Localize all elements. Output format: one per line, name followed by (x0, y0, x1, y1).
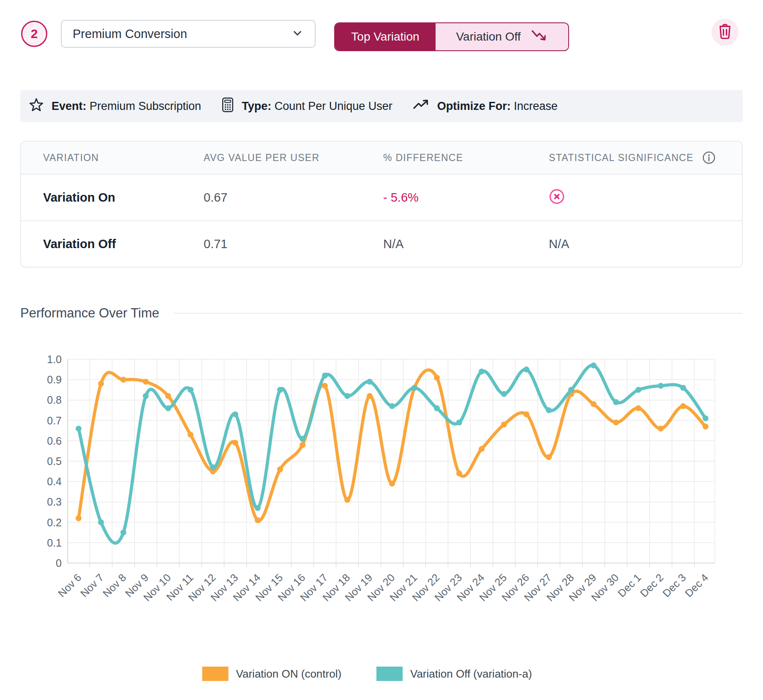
data-point (501, 391, 507, 397)
performance-section-header: Performance Over Time (20, 306, 743, 321)
data-point (635, 405, 641, 411)
trend-up-icon (413, 98, 430, 114)
x-tick-label: Nov 8 (101, 571, 128, 599)
top-variation-value: Variation Off (456, 30, 520, 44)
chevron-down-icon (291, 27, 304, 41)
data-point (98, 520, 104, 525)
top-variation-label-button[interactable]: Top Variation (335, 23, 436, 50)
y-tick-label: 0.5 (47, 455, 62, 467)
data-point (255, 517, 261, 523)
table-row: Variation Off 0.71 N/A N/A (21, 221, 742, 267)
optimize-label: Optimize For: (437, 100, 511, 112)
performance-chart: 1.00.90.80.70.60.50.40.30.20.10Nov 6Nov … (0, 345, 763, 700)
data-point (658, 426, 664, 432)
row-avg-value: 0.71 (182, 237, 361, 251)
x-tick-label: Dec 3 (660, 571, 688, 599)
data-point (613, 399, 619, 405)
data-point (76, 426, 82, 432)
x-tick-label: Nov 6 (56, 571, 84, 599)
y-tick-label: 0 (56, 557, 62, 569)
data-point (389, 481, 395, 487)
header-significance: STATISTICAL SIGNIFICANCE (527, 151, 742, 164)
row-difference: N/A (361, 237, 527, 251)
x-tick-label: Dec 4 (683, 571, 711, 599)
data-point (434, 375, 440, 380)
data-point (300, 436, 305, 442)
header-variation: VARIATION (21, 152, 182, 164)
section-divider (174, 313, 743, 314)
y-tick-label: 0.9 (47, 374, 62, 386)
data-point (344, 497, 350, 503)
data-point (635, 387, 641, 393)
x-tick-label: Nov 7 (78, 571, 106, 599)
data-point (546, 454, 552, 460)
type-info: Type: Count Per Unique User (221, 97, 392, 115)
header-avg-value: AVG VALUE PER USER (182, 152, 361, 164)
info-circle-icon[interactable] (702, 151, 716, 164)
row-significance: N/A (527, 237, 742, 251)
data-point (479, 369, 485, 375)
data-point (300, 442, 305, 448)
data-point (76, 515, 82, 521)
data-point (232, 411, 238, 417)
data-point (680, 403, 686, 409)
data-point (591, 401, 597, 407)
top-variation-toggle: Top Variation Variation Off (334, 22, 569, 51)
data-point (367, 393, 373, 399)
data-point (188, 387, 193, 393)
data-point (143, 393, 149, 399)
trash-icon (718, 24, 732, 41)
data-point (479, 446, 485, 452)
data-point (322, 373, 328, 379)
data-point (613, 419, 619, 425)
metric-dropdown[interactable]: Premium Conversion (61, 20, 316, 48)
delete-metric-button[interactable] (711, 19, 738, 46)
x-tick-label: Dec 1 (616, 571, 643, 599)
data-point (210, 464, 216, 470)
data-point (389, 403, 395, 409)
optimize-value: Increase (514, 100, 558, 112)
data-point (523, 366, 529, 372)
type-label: Type: (242, 100, 271, 112)
event-value: Premium Subscription (90, 100, 201, 112)
optimize-info: Optimize For: Increase (413, 98, 558, 114)
data-point (322, 383, 328, 389)
series-line (79, 370, 706, 520)
top-variation-value-button[interactable]: Variation Off (436, 23, 568, 50)
legend-label: Variation ON (control) (236, 667, 342, 680)
results-table: VARIATION AVG VALUE PER USER % DIFFERENC… (20, 141, 743, 268)
row-significance (527, 189, 742, 206)
y-tick-label: 0.2 (47, 517, 62, 528)
data-point (523, 411, 529, 417)
series-line (79, 365, 706, 543)
y-tick-label: 1.0 (47, 353, 62, 365)
data-point (188, 432, 193, 438)
metric-dropdown-value: Premium Conversion (73, 27, 187, 41)
data-point (568, 387, 574, 393)
row-variation-name: Variation Off (21, 237, 182, 251)
table-row: Variation On 0.67 - 5.6% (21, 175, 742, 220)
data-point (232, 440, 238, 446)
table-header-row: VARIATION AVG VALUE PER USER % DIFFERENC… (21, 142, 742, 175)
row-difference: - 5.6% (361, 191, 527, 205)
data-point (165, 405, 171, 411)
data-point (546, 407, 552, 413)
data-point (434, 405, 440, 411)
legend-swatch (202, 667, 229, 681)
data-point (367, 379, 373, 385)
trend-down-icon (531, 29, 548, 45)
row-avg-value: 0.67 (182, 191, 361, 205)
data-point (680, 385, 686, 391)
data-point (411, 385, 417, 391)
calculator-icon (221, 97, 234, 115)
metric-info-bar: Event: Premium Subscription Type: Count … (20, 90, 743, 122)
y-tick-label: 0.6 (47, 435, 62, 447)
star-icon (29, 97, 44, 115)
y-tick-label: 0.4 (47, 476, 62, 487)
x-tick-label: Dec 2 (638, 571, 666, 599)
row-variation-name: Variation On (21, 191, 182, 205)
data-point (120, 530, 126, 536)
data-point (456, 419, 462, 425)
y-tick-label: 0.1 (47, 537, 62, 549)
x-circle-icon (549, 189, 565, 206)
